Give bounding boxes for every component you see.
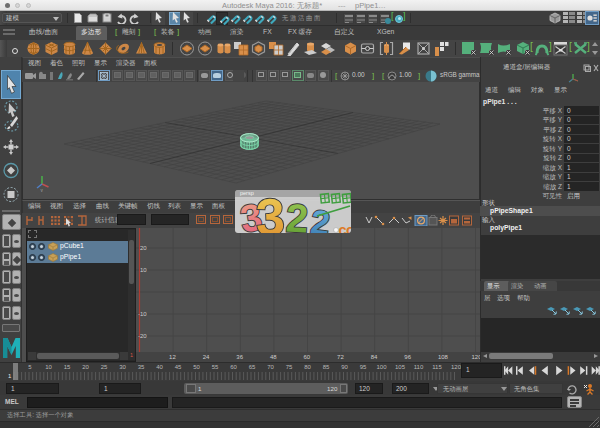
svg-text:y: y [41,188,44,193]
svg-text:cc: cc [339,222,352,234]
svg-text:2: 2 [309,202,332,233]
svg-text:2: 2 [285,195,310,233]
svg-text:3: 3 [255,190,286,233]
